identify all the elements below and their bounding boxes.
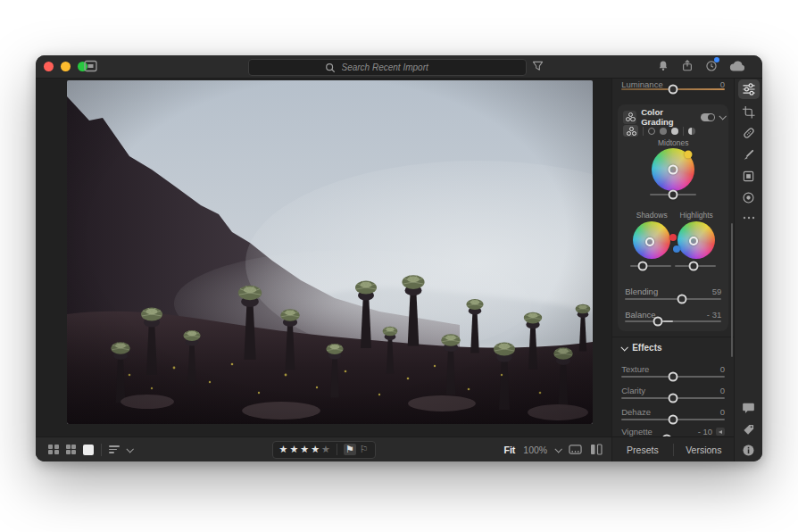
luminance-slider[interactable] <box>621 84 725 95</box>
close-button[interactable] <box>44 62 54 71</box>
star-icon-filled[interactable]: ★ <box>300 445 309 454</box>
cloud-activity-icon[interactable] <box>705 59 718 72</box>
before-after-icon[interactable] <box>590 444 603 455</box>
highlights-luminance-slider[interactable] <box>675 261 716 271</box>
bottom-toolbar: ★ ★ ★ ★ ★ ⚑ ⚐ Fit 100% <box>36 436 611 461</box>
divider <box>101 444 102 456</box>
pick-flag-icon[interactable]: ⚑ <box>344 444 356 455</box>
search-bar[interactable] <box>248 59 527 76</box>
highlights-wheel-knob[interactable] <box>689 237 698 245</box>
star-icon-filled[interactable]: ★ <box>311 445 320 454</box>
highlights-hue-dot[interactable] <box>673 245 680 253</box>
panel-scrollbar[interactable] <box>731 223 733 357</box>
effects-header[interactable]: Effects <box>621 343 661 353</box>
square-grid-icon[interactable] <box>66 445 77 455</box>
dehaze-slider[interactable] <box>621 414 725 425</box>
tool-rail <box>734 79 762 461</box>
color-grading-title: Color Grading <box>641 107 696 127</box>
color-grading-icon <box>623 111 636 124</box>
tab-highlights-icon[interactable] <box>671 128 678 135</box>
shadows-luminance-slider[interactable] <box>630 261 671 271</box>
radial-icon[interactable] <box>738 187 760 207</box>
texture-slider[interactable] <box>621 371 725 382</box>
tab-global-icon[interactable] <box>688 128 695 135</box>
sort-icon[interactable] <box>109 444 120 455</box>
shadows-hue-dot[interactable] <box>669 234 677 241</box>
lightroom-window: ★ ★ ★ ★ ★ ⚑ ⚐ Fit 100% <box>36 55 762 461</box>
midtones-luminance-slider[interactable] <box>650 189 696 200</box>
zoom-level[interactable]: 100% <box>523 445 547 455</box>
detail-view-icon[interactable] <box>83 445 94 455</box>
more-tools-icon[interactable] <box>738 208 760 228</box>
presets-button[interactable]: Presets <box>612 445 672 455</box>
divider <box>683 127 684 136</box>
edit-sliders-icon[interactable] <box>738 79 760 99</box>
midtones-wheel-knob[interactable] <box>669 165 678 175</box>
reject-flag-icon[interactable]: ⚐ <box>360 444 369 455</box>
color-grading-tabs <box>623 125 695 137</box>
share-icon[interactable] <box>681 59 694 72</box>
info-icon[interactable] <box>738 440 760 460</box>
balance-slider[interactable] <box>625 316 721 327</box>
zoom-chevron-icon[interactable] <box>555 445 562 453</box>
star-icon-filled[interactable]: ★ <box>279 445 288 454</box>
color-grading-card: Color Grading <box>618 104 728 331</box>
search-icon <box>325 62 336 73</box>
fit-button[interactable]: Fit <box>504 445 516 455</box>
edit-panel: Luminance 0 Color Grading <box>611 79 734 461</box>
search-input[interactable] <box>340 62 451 73</box>
filter-icon[interactable] <box>532 61 544 71</box>
minimize-button[interactable] <box>61 62 71 71</box>
photo-grid-view-icon[interactable] <box>84 60 97 72</box>
color-grading-chevron-icon[interactable] <box>719 112 727 120</box>
photo-viewport <box>36 79 611 436</box>
versions-button[interactable]: Versions <box>674 445 734 455</box>
tab-3way-icon[interactable] <box>623 125 638 137</box>
star-icon-filled[interactable]: ★ <box>289 445 298 454</box>
shadows-wheel-knob[interactable] <box>645 237 654 246</box>
filmstrip-icon[interactable] <box>569 444 582 455</box>
comments-icon[interactable] <box>738 398 760 418</box>
star-rating[interactable]: ★ ★ ★ ★ ★ <box>279 445 330 454</box>
cloud-icon[interactable] <box>729 60 746 72</box>
vignette-slider[interactable] <box>621 434 725 436</box>
brush-icon[interactable] <box>738 145 760 164</box>
frame-icon[interactable] <box>738 166 760 186</box>
photo-canvas[interactable] <box>67 80 593 424</box>
divider <box>643 127 644 136</box>
blending-slider[interactable] <box>625 294 721 304</box>
edit-panel-scroll[interactable]: Luminance 0 Color Grading <box>612 79 734 436</box>
notifications-bell-icon[interactable] <box>657 59 669 72</box>
highlights-label: Highlights <box>669 211 723 220</box>
star-icon-empty[interactable]: ★ <box>321 445 330 454</box>
photo-grid-icon[interactable] <box>48 445 59 455</box>
keyword-tag-icon[interactable] <box>738 420 760 439</box>
sort-chevron-icon[interactable] <box>126 445 133 453</box>
effects-title: Effects <box>632 343 661 353</box>
titlebar <box>36 55 762 79</box>
clarity-slider[interactable] <box>621 393 725 403</box>
divider <box>612 337 734 337</box>
panel-footer: Presets Versions <box>612 436 734 461</box>
traffic-lights <box>44 62 87 71</box>
sync-badge <box>714 57 719 62</box>
color-grading-toggle[interactable] <box>701 113 715 121</box>
midtones-hue-dot[interactable] <box>685 151 693 159</box>
rating-pill: ★ ★ ★ ★ ★ ⚑ ⚐ <box>272 441 376 459</box>
healing-icon[interactable] <box>738 123 760 143</box>
midtones-label: Midtones <box>618 138 728 147</box>
tab-shadows-icon[interactable] <box>648 128 655 135</box>
crop-icon[interactable] <box>738 102 760 121</box>
tab-midtones-icon[interactable] <box>660 128 667 135</box>
effects-chevron-icon[interactable] <box>621 344 628 351</box>
